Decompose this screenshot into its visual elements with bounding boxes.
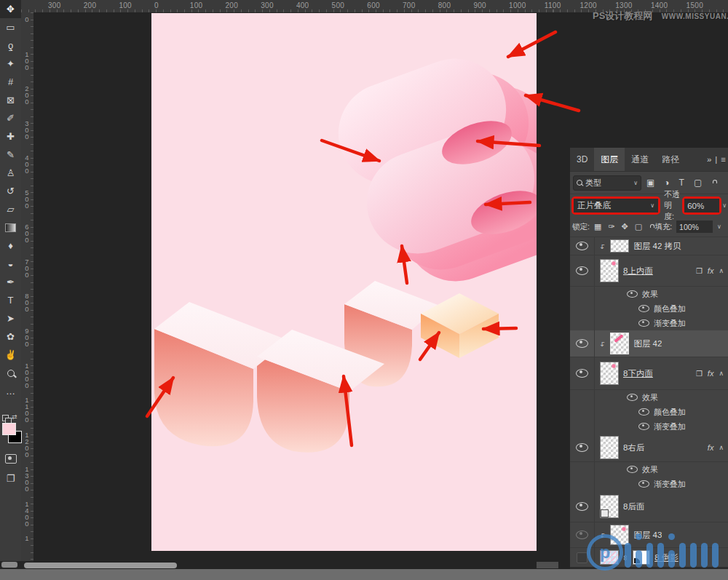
hand-tool[interactable]: ✌ bbox=[0, 346, 21, 364]
effect-name[interactable]: 渐变叠加 bbox=[654, 421, 686, 432]
eye-icon[interactable] bbox=[627, 290, 638, 298]
lock-artboard-icon[interactable]: ▢ bbox=[635, 222, 642, 231]
layer-row-content[interactable]: 8下内面❐fx∧ bbox=[594, 357, 728, 389]
layer-name[interactable]: 图层 42 bbox=[633, 338, 662, 349]
layer-row[interactable]: 8右后fx∧ bbox=[570, 434, 728, 462]
blend-mode-dropdown[interactable]: 正片叠底 ∨ bbox=[574, 199, 658, 212]
lock-transparent-icon[interactable]: ▦ bbox=[594, 222, 601, 231]
move-tool[interactable]: ✥ bbox=[0, 0, 21, 18]
magic-wand-tool[interactable]: ✦ bbox=[0, 55, 21, 73]
eyedropper-tool[interactable]: ✐ bbox=[0, 109, 21, 127]
layer-visibility-cell[interactable] bbox=[570, 255, 594, 286]
panel-menu-icon[interactable]: ≡ bbox=[721, 155, 726, 164]
fx-icon[interactable]: fx bbox=[708, 443, 714, 452]
swap-colors-icon[interactable]: ⇄ bbox=[12, 413, 17, 421]
gradient-tool[interactable] bbox=[0, 218, 21, 237]
type-tool[interactable]: T bbox=[0, 291, 21, 309]
path-select-tool[interactable]: ➤ bbox=[0, 309, 21, 327]
layer-row[interactable]: 8下内面❐fx∧ bbox=[570, 357, 728, 390]
eye-icon[interactable] bbox=[638, 408, 649, 416]
panel-more-icon[interactable]: » bbox=[707, 155, 711, 164]
layer-effect-row[interactable]: 效果 bbox=[570, 390, 728, 405]
layer-visibility-cell[interactable] bbox=[570, 237, 594, 255]
layer-row-content[interactable]: 8右后fx∧ bbox=[594, 434, 728, 461]
effect-name[interactable]: 颜色叠加 bbox=[654, 303, 686, 314]
horizontal-scrollbar[interactable] bbox=[24, 563, 177, 568]
effect-name[interactable]: 渐变叠加 bbox=[654, 479, 686, 490]
layer-row-content[interactable]: ↴图层 42 bbox=[594, 330, 728, 357]
layer-thumbnail[interactable] bbox=[610, 239, 629, 253]
tab-3D[interactable]: 3D bbox=[570, 148, 594, 171]
effect-row-content[interactable]: 颜色叠加 bbox=[594, 405, 728, 419]
layer-effect-row[interactable]: 渐变叠加 bbox=[570, 419, 728, 434]
zoom-tool[interactable] bbox=[0, 364, 21, 382]
layer-row-content[interactable]: 8后面 bbox=[594, 491, 728, 522]
eye-icon[interactable] bbox=[638, 305, 649, 312]
layer-visibility-cell[interactable] bbox=[570, 434, 594, 461]
eye-icon[interactable] bbox=[638, 319, 649, 327]
effect-row-content[interactable]: 渐变叠加 bbox=[594, 419, 728, 434]
eye-icon[interactable] bbox=[638, 423, 649, 430]
filter-type-layers-icon[interactable]: T bbox=[679, 178, 684, 188]
collapse-icon[interactable]: ∧ bbox=[719, 370, 724, 377]
blur-tool[interactable]: ♦ bbox=[0, 237, 21, 255]
eye-icon[interactable] bbox=[576, 242, 588, 250]
layer-row[interactable]: ↴图层 42 拷贝 bbox=[570, 237, 728, 255]
effect-row-content[interactable]: 渐变叠加 bbox=[594, 316, 728, 330]
filter-adjustment-layers-icon[interactable]: ◑ bbox=[664, 178, 669, 188]
effect-row-content[interactable]: 效果 bbox=[594, 462, 728, 477]
tab-图层[interactable]: 图层 bbox=[594, 148, 625, 171]
layer-name[interactable]: 8上内面 bbox=[623, 266, 653, 277]
layer-effect-row[interactable]: 渐变叠加 bbox=[570, 316, 728, 330]
effect-row-content[interactable]: 颜色叠加 bbox=[594, 301, 728, 316]
eye-icon[interactable] bbox=[638, 480, 649, 488]
collapse-icon[interactable]: ∧ bbox=[719, 267, 724, 274]
layer-effect-row[interactable]: 颜色叠加 bbox=[570, 405, 728, 419]
default-colors-icon[interactable] bbox=[2, 415, 9, 421]
layer-thumbnail[interactable] bbox=[600, 495, 619, 518]
screen-mode-button[interactable]: ❐ bbox=[0, 469, 21, 488]
eye-icon[interactable] bbox=[627, 466, 638, 473]
layer-name[interactable]: 图层 42 拷贝 bbox=[633, 241, 681, 252]
shape-tool[interactable]: ✿ bbox=[0, 327, 21, 346]
dodge-tool[interactable]: ◒ bbox=[0, 255, 21, 273]
filter-pixel-layers-icon[interactable]: ▣ bbox=[646, 178, 654, 188]
eye-icon[interactable] bbox=[576, 443, 588, 452]
marquee-tool[interactable]: ▭ bbox=[0, 18, 21, 36]
layer-effect-row[interactable]: 渐变叠加 bbox=[570, 477, 728, 491]
filter-type-dropdown[interactable]: 类型 ∨ bbox=[573, 175, 641, 191]
fill-input[interactable]: 100% bbox=[676, 221, 713, 233]
eye-icon[interactable] bbox=[627, 394, 638, 401]
eye-icon[interactable] bbox=[576, 339, 588, 348]
layer-name[interactable]: 8后面 bbox=[623, 501, 644, 512]
document-canvas[interactable] bbox=[151, 13, 537, 551]
eraser-tool[interactable]: ▱ bbox=[0, 200, 21, 218]
effect-row-content[interactable]: 效果 bbox=[594, 287, 728, 301]
pen-tool[interactable]: ✒ bbox=[0, 273, 21, 291]
layer-effect-row[interactable]: 效果 bbox=[570, 287, 728, 301]
effect-name[interactable]: 颜色叠加 bbox=[654, 407, 686, 418]
collapse-icon[interactable]: ∧ bbox=[719, 444, 724, 451]
layer-name[interactable]: 8下内面 bbox=[623, 368, 653, 379]
history-brush-tool[interactable]: ↺ bbox=[0, 182, 21, 200]
effect-name[interactable]: 渐变叠加 bbox=[654, 318, 686, 329]
lock-position-icon[interactable]: ✥ bbox=[622, 222, 628, 231]
layer-visibility-cell[interactable] bbox=[570, 491, 594, 522]
filter-shape-layers-icon[interactable]: ▢ bbox=[694, 178, 702, 188]
layer-name[interactable]: 8右后 bbox=[623, 442, 644, 453]
layer-effect-row[interactable]: 颜色叠加 bbox=[570, 301, 728, 316]
eye-icon[interactable] bbox=[576, 502, 588, 511]
effect-name[interactable]: 效果 bbox=[642, 392, 658, 403]
effect-name[interactable]: 效果 bbox=[642, 464, 658, 475]
layer-row-content[interactable]: 8上内面❐fx∧ bbox=[594, 255, 728, 286]
lock-image-icon[interactable]: ✑ bbox=[608, 222, 614, 231]
layer-thumbnail[interactable] bbox=[610, 333, 629, 354]
scrollbar-left-piece[interactable] bbox=[1, 562, 17, 568]
slice-tool[interactable]: ⊠ bbox=[0, 91, 21, 109]
layer-row[interactable]: 8上内面❐fx∧ bbox=[570, 255, 728, 287]
effect-name[interactable]: 效果 bbox=[642, 289, 658, 300]
layer-visibility-cell[interactable] bbox=[570, 330, 594, 357]
foreground-color-swatch[interactable] bbox=[2, 423, 16, 435]
layer-thumbnail[interactable] bbox=[600, 436, 619, 459]
layer-visibility-cell[interactable] bbox=[570, 357, 594, 389]
